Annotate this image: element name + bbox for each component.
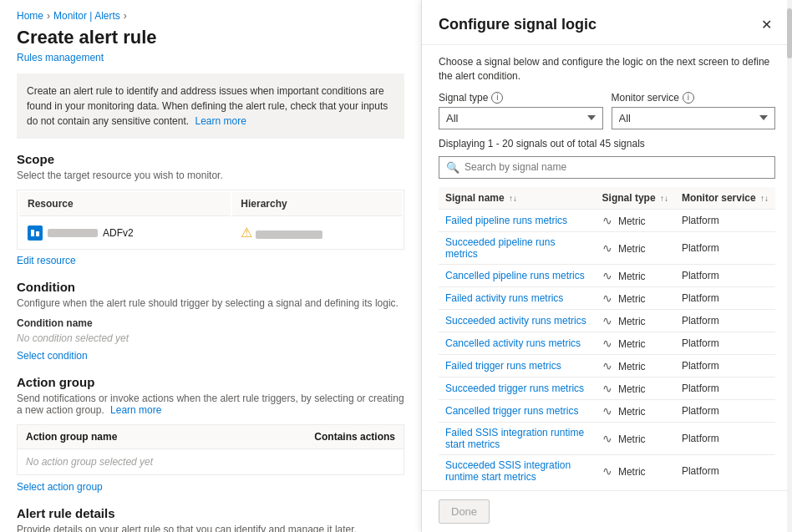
resource-row: ADFv2 ⚠ <box>19 218 402 247</box>
svg-rect-1 <box>36 231 39 236</box>
condition-empty-value: No condition selected yet <box>17 332 404 344</box>
signal-name-link[interactable]: Succeeded pipeline runs metrics <box>445 236 555 260</box>
select-condition-link[interactable]: Select condition <box>17 350 88 362</box>
signal-type-cell: ∿ Metric <box>596 354 675 377</box>
search-input[interactable] <box>465 161 768 173</box>
alert-details-description: Provide details on your alert rule so th… <box>17 524 404 532</box>
metric-icon: ∿ <box>602 314 612 327</box>
metric-icon: ∿ <box>602 432 612 445</box>
page-title: Create alert rule <box>0 27 421 52</box>
monitor-service-cell: Platform <box>675 422 775 454</box>
table-row[interactable]: Failed pipeline runs metrics∿ MetricPlat… <box>439 209 775 231</box>
hierarchy-value-redacted <box>256 231 322 239</box>
table-row[interactable]: Cancelled activity runs metrics∿ MetricP… <box>439 332 775 354</box>
table-row[interactable]: Succeeded SSIS integration runtime start… <box>439 454 775 480</box>
table-row[interactable]: Failed trigger runs metrics∿ MetricPlatf… <box>439 354 775 377</box>
table-row[interactable]: Cancelled pipeline runs metrics∿ MetricP… <box>439 264 775 286</box>
table-row[interactable]: Succeeded pipeline runs metrics∿ MetricP… <box>439 231 775 264</box>
signal-type-label: Signal type i <box>439 92 603 104</box>
scope-description: Select the target resource you wish to m… <box>17 170 404 181</box>
signal-name-cell: Cancelled pipeline runs metrics <box>439 264 596 286</box>
scope-section: Scope Select the target resource you wis… <box>0 152 421 280</box>
signal-name-link[interactable]: Failed activity runs metrics <box>445 292 563 304</box>
scroll-indicator <box>787 0 792 532</box>
signal-type-filter: Signal type i All Metric Log Activity Lo… <box>439 92 603 129</box>
signal-type-sort-icon[interactable]: ↑↓ <box>660 194 668 203</box>
signal-name-cell: Succeeded activity runs metrics <box>439 309 596 332</box>
panel-header: Configure signal logic ✕ <box>422 0 792 45</box>
action-table-header: Action group name Contains actions <box>17 424 404 449</box>
monitor-service-select[interactable]: All Platform <box>612 107 776 129</box>
table-row[interactable]: Succeeded trigger runs metrics∿ MetricPl… <box>439 377 775 399</box>
breadcrumb-home[interactable]: Home <box>17 10 43 22</box>
scope-title: Scope <box>17 152 404 166</box>
monitor-service-cell: Platform <box>675 231 775 264</box>
scroll-thumb <box>787 8 792 58</box>
signal-name-link[interactable]: Cancelled activity runs metrics <box>445 337 581 349</box>
metric-icon: ∿ <box>602 291 612 305</box>
condition-title: Condition <box>17 280 404 294</box>
monitor-service-cell: Platform <box>675 309 775 332</box>
close-panel-button[interactable]: ✕ <box>758 13 775 36</box>
done-button[interactable]: Done <box>439 499 490 524</box>
monitor-service-cell: Platform <box>675 264 775 286</box>
signal-name-link[interactable]: Cancelled pipeline runs metrics <box>445 270 585 281</box>
select-action-group-link[interactable]: Select action group <box>17 481 103 493</box>
action-name-col: Action group name <box>26 431 117 443</box>
signal-name-link[interactable]: Failed SSIS integration runtime start me… <box>445 427 584 450</box>
metric-icon: ∿ <box>602 404 612 418</box>
hierarchy-col-header: Hierarchy <box>232 192 402 216</box>
monitor-service-cell: Platform <box>675 377 775 399</box>
signal-name-sort-icon[interactable]: ↑↓ <box>509 194 517 203</box>
filter-row: Signal type i All Metric Log Activity Lo… <box>439 92 775 129</box>
table-row[interactable]: Succeeded activity runs metrics∿ MetricP… <box>439 309 775 332</box>
monitor-service-filter: Monitor service i All Platform <box>612 92 776 129</box>
table-row[interactable]: Failed activity runs metrics∿ MetricPlat… <box>439 286 775 309</box>
condition-field-label: Condition name <box>17 317 404 329</box>
resource-cell: ADFv2 <box>19 218 231 247</box>
action-learn-more[interactable]: Learn more <box>110 404 161 416</box>
signal-name-link[interactable]: Succeeded trigger runs metrics <box>445 383 584 394</box>
monitor-service-sort-icon[interactable]: ↑↓ <box>760 194 769 203</box>
signal-type-cell: ∿ Metric <box>596 231 675 264</box>
signal-name-link[interactable]: Cancelled trigger runs metrics <box>445 405 578 417</box>
signal-name-cell: Failed activity runs metrics <box>439 286 596 309</box>
col-signal-type: Signal type ↑↓ <box>596 187 675 210</box>
signal-name-cell: Cancelled trigger runs metrics <box>439 399 596 422</box>
signal-name-cell: Failed SSIS integration runtime start me… <box>439 422 596 454</box>
alert-details-title: Alert rule details <box>17 506 404 520</box>
hierarchy-cell: ⚠ <box>232 218 402 247</box>
resource-icon-container: ADFv2 <box>28 225 134 241</box>
left-panel: Home › Monitor | Alerts › Create alert r… <box>0 0 422 532</box>
signal-type-select[interactable]: All Metric Log Activity Log <box>439 107 603 129</box>
resource-name-redacted <box>48 229 98 237</box>
page-description: Create an alert rule to identify and add… <box>17 73 404 139</box>
signal-name-cell: Succeeded SSIS integration runtime start… <box>439 454 596 480</box>
svg-rect-0 <box>31 230 34 236</box>
learn-more-link[interactable]: Learn more <box>195 115 246 127</box>
signal-type-cell: ∿ Metric <box>596 422 675 454</box>
monitor-service-cell: Platform <box>675 454 775 480</box>
signal-name-cell: Failed trigger runs metrics <box>439 354 596 377</box>
alert-details-section: Alert rule details Provide details on yo… <box>0 506 421 532</box>
signal-name-link[interactable]: Failed pipeline runs metrics <box>445 215 567 226</box>
hierarchy-icon: ⚠ <box>241 225 252 240</box>
edit-resource-link[interactable]: Edit resource <box>17 255 404 266</box>
signal-type-cell: ∿ Metric <box>596 399 675 422</box>
resource-name: ADFv2 <box>103 227 134 239</box>
signal-name-link[interactable]: Succeeded activity runs metrics <box>445 315 586 327</box>
resource-table: Resource Hierarchy ADFv2 <box>17 190 404 250</box>
metric-icon: ∿ <box>602 214 612 227</box>
table-row[interactable]: Cancelled trigger runs metrics∿ MetricPl… <box>439 399 775 422</box>
table-row[interactable]: Failed SSIS integration runtime start me… <box>439 422 775 454</box>
breadcrumb-monitor[interactable]: Monitor | Alerts <box>53 10 120 22</box>
signal-type-cell: ∿ Metric <box>596 377 675 399</box>
signal-name-cell: Failed pipeline runs metrics <box>439 209 596 231</box>
signal-name-link[interactable]: Failed trigger runs metrics <box>445 360 561 372</box>
signal-type-cell: ∿ Metric <box>596 454 675 480</box>
action-empty-row: No action group selected yet <box>17 449 404 475</box>
signals-table-container[interactable]: Signal name ↑↓ Signal type ↑↓ Monitor se… <box>439 187 775 480</box>
signal-name-link[interactable]: Succeeded SSIS integration runtime start… <box>445 459 571 480</box>
rules-management-link[interactable]: Rules management <box>0 52 421 73</box>
signal-type-cell: ∿ Metric <box>596 286 675 309</box>
